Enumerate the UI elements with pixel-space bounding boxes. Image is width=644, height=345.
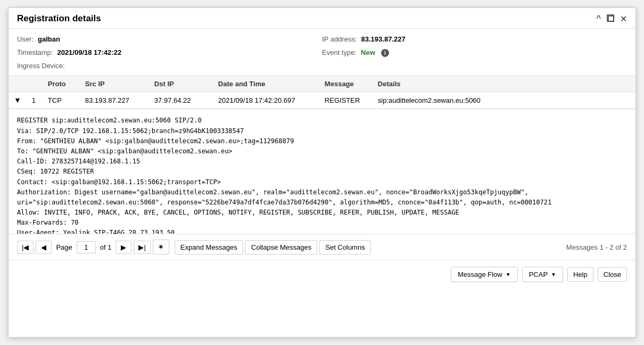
timestamp-row: Timestamp: 2021/09/18 17:42:22	[17, 47, 322, 59]
message-body: REGISTER sip:audittelecom2.sewan.eu:5060…	[9, 109, 635, 234]
dialog-header: Registration details ^ ✕	[9, 8, 635, 29]
col-header-message: Message	[319, 76, 373, 92]
message-flow-arrow: ▼	[506, 272, 511, 277]
timestamp-value: 2021/09/18 17:42:22	[57, 47, 121, 59]
user-row: User: galban	[17, 34, 322, 45]
bottom-bar: Message Flow ▼ PCAP ▼ Help Close	[9, 260, 635, 289]
row-num: 1	[27, 92, 43, 109]
col-header-datetime: Date and Time	[213, 76, 319, 92]
message-line: Contact: <sip:galban@192.168.1.15:5062;t…	[17, 177, 627, 187]
table-header-row: Proto Src IP Dst IP Date and Time Messag…	[9, 76, 635, 92]
messages-count: Messages 1 - 2 of 2	[566, 243, 627, 251]
info-section: User: galban IP address: 83.193.87.227 T…	[9, 29, 635, 76]
spinner-button[interactable]: ✶	[153, 240, 169, 254]
row-proto: TCP	[43, 92, 80, 109]
info-icon[interactable]: i	[381, 49, 389, 57]
row-message: REGISTER	[319, 92, 373, 109]
user-label: User:	[17, 34, 34, 45]
event-value: New	[361, 47, 375, 59]
message-table: Proto Src IP Dst IP Date and Time Messag…	[9, 76, 635, 109]
timestamp-label: Timestamp:	[17, 47, 53, 59]
message-line: To: "GENTHIEU ALBAN" <sip:galban@auditte…	[17, 146, 627, 157]
svg-rect-1	[608, 16, 614, 21]
message-line: Allow: INVITE, INFO, PRACK, ACK, BYE, CA…	[17, 208, 627, 218]
collapse-messages-button[interactable]: Collapse Messages	[245, 240, 317, 254]
message-line: Via: SIP/2.0/TCP 192.168.1.15:5062;branc…	[17, 126, 627, 136]
col-header-arrow	[9, 76, 27, 92]
event-row: Event type: New i	[322, 47, 627, 59]
row-details: sip:audittelecom2.sewan.eu:5060	[373, 92, 635, 109]
ip-label: IP address:	[322, 34, 357, 45]
page-label: Page	[56, 243, 72, 251]
event-label: Event type:	[322, 47, 357, 59]
pagination-bar: |◀ ◀ Page of 1 ▶ ▶| ✶ Expand Messages Co…	[9, 234, 635, 260]
row-srcip: 83.193.87.227	[80, 92, 149, 109]
minimize-button[interactable]: ^	[597, 14, 601, 23]
col-header-dstip: Dst IP	[149, 76, 213, 92]
pcap-button[interactable]: PCAP ▼	[522, 267, 563, 282]
dialog-controls: ^ ✕	[597, 14, 627, 24]
message-line: REGISTER sip:audittelecom2.sewan.eu:5060…	[17, 116, 627, 126]
maximize-button[interactable]	[606, 14, 615, 24]
row-expand-arrow[interactable]: ▼	[14, 96, 21, 104]
dialog-title: Registration details	[17, 13, 101, 24]
message-line: Authorization: Digest username="galban@a…	[17, 187, 627, 198]
help-button[interactable]: Help	[567, 267, 593, 282]
close-button[interactable]: ✕	[620, 14, 627, 24]
ingress-row: Ingress Device:	[17, 61, 322, 72]
message-line: Call-ID: 2783257144@192.168.1.15	[17, 157, 627, 167]
col-header-proto: Proto	[43, 76, 80, 92]
pcap-arrow: ▼	[551, 272, 556, 277]
col-header-num	[27, 76, 43, 92]
page-input[interactable]	[77, 241, 96, 253]
message-flow-label: Message Flow	[458, 270, 502, 278]
message-line: User-Agent: Yealink SIP-T46G 28.73.193.5…	[17, 228, 627, 234]
registration-details-dialog: Registration details ^ ✕ User: galban IP…	[8, 7, 636, 338]
col-header-srcip: Src IP	[80, 76, 149, 92]
pcap-label: PCAP	[529, 270, 548, 278]
row-dstip: 37.97.64.22	[149, 92, 213, 109]
message-table-section: Proto Src IP Dst IP Date and Time Messag…	[9, 76, 635, 109]
col-header-details: Details	[373, 76, 635, 92]
message-flow-button[interactable]: Message Flow ▼	[451, 267, 518, 282]
next-page-button[interactable]: ▶	[115, 241, 131, 254]
ingress-label: Ingress Device:	[17, 61, 65, 72]
message-line: uri="sip:audittelecom2.sewan.eu:5060", r…	[17, 198, 627, 208]
set-columns-button[interactable]: Set Columns	[319, 240, 370, 254]
close-button-bottom[interactable]: Close	[598, 267, 627, 282]
expand-messages-button[interactable]: Expand Messages	[175, 240, 243, 254]
row-datetime: 2021/09/18 17:42:20.697	[213, 92, 319, 109]
table-row[interactable]: ▼ 1 TCP 83.193.87.227 37.97.64.22 2021/0…	[9, 92, 635, 109]
of-label: of 1	[100, 243, 112, 251]
user-value: galban	[38, 34, 60, 45]
prev-page-button[interactable]: ◀	[36, 241, 52, 254]
ip-value: 83.193.87.227	[361, 34, 406, 45]
message-line: From: "GENTHIEU ALBAN" <sip:galban@audit…	[17, 136, 627, 146]
message-line: Max-Forwards: 70	[17, 218, 627, 228]
ip-row: IP address: 83.193.87.227	[322, 34, 627, 45]
message-line: CSeq: 10722 REGISTER	[17, 167, 627, 177]
first-page-button[interactable]: |◀	[17, 241, 34, 254]
last-page-button[interactable]: ▶|	[134, 241, 150, 254]
